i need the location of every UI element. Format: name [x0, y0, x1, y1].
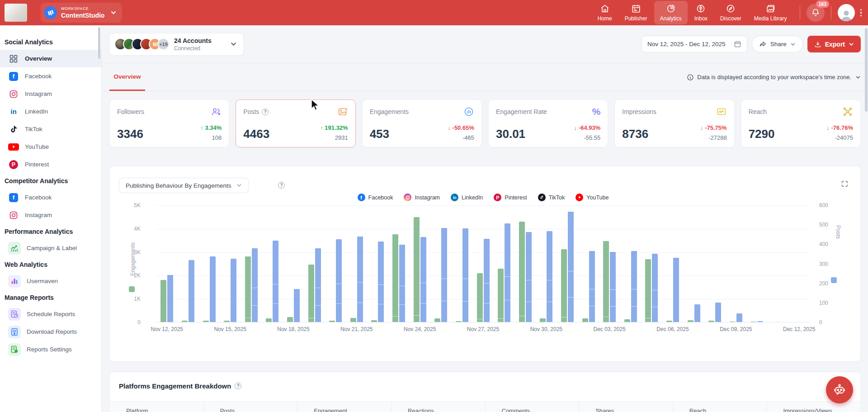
sidebar-item-facebook[interactable]: fFacebook — [0, 67, 101, 85]
sidebar-scrollbar[interactable] — [98, 27, 100, 59]
nav-item-media-library[interactable]: Media Library — [748, 1, 793, 24]
nav-item-analytics[interactable]: Analytics — [654, 1, 688, 24]
sidebar-item-download-reports[interactable]: Download Reports — [0, 323, 101, 341]
user-avatar[interactable] — [838, 4, 855, 21]
stat-card-engagement-rate[interactable]: Engagement Rate%30.01↓ -64.93%-55.55 — [488, 99, 608, 147]
bar-posts[interactable] — [252, 248, 258, 322]
bar-engagements[interactable] — [603, 241, 609, 322]
sidebar-item-reports-settings[interactable]: Reports Settings — [0, 341, 101, 358]
accounts-selector[interactable]: M +19 24 Accounts Connected — [109, 33, 244, 56]
column-header-shares[interactable]: Shares — [579, 402, 673, 412]
nav-item-publisher[interactable]: Publisher — [619, 1, 653, 24]
bar-engagements[interactable] — [224, 321, 230, 322]
bar-posts[interactable] — [652, 254, 658, 322]
sidebar-item-schedule-reports[interactable]: Schedule Reports — [0, 305, 101, 323]
legend-item-linkedin[interactable]: inLinkedIn — [451, 194, 483, 201]
sidebar-item-campaign-label[interactable]: Campaign & Label — [0, 239, 101, 257]
bar-posts[interactable] — [399, 245, 405, 322]
legend-item-youtube[interactable]: YouTube — [576, 194, 609, 201]
bar-engagements[interactable] — [540, 318, 546, 322]
bar-engagements[interactable] — [688, 320, 693, 322]
bar-engagements[interactable] — [561, 249, 567, 322]
bar-engagements[interactable] — [666, 321, 672, 322]
help-icon[interactable]: ? — [262, 109, 269, 115]
bar-engagements[interactable] — [266, 318, 272, 322]
bar-posts[interactable] — [526, 232, 532, 322]
page-scrollbar[interactable] — [865, 28, 868, 112]
bar-engagements[interactable] — [414, 217, 420, 322]
bar-engagements[interactable] — [750, 322, 756, 322]
bar-posts[interactable] — [694, 304, 700, 322]
bar-posts[interactable] — [210, 256, 216, 322]
bar-posts[interactable] — [715, 303, 721, 322]
column-header-posts[interactable]: Posts — [203, 402, 297, 412]
bar-posts[interactable] — [336, 239, 342, 322]
bar-posts[interactable] — [273, 241, 278, 322]
column-header-engagement[interactable]: Engagement — [297, 402, 391, 412]
bar-engagements[interactable] — [287, 317, 293, 322]
column-header-reach[interactable]: Reach — [673, 402, 767, 412]
stat-card-reach[interactable]: Reach7290↓ -76.76%-24075 — [741, 99, 861, 147]
bar-engagements[interactable] — [730, 322, 736, 322]
company-logo[interactable] — [5, 4, 27, 22]
stat-card-posts[interactable]: Posts?4463↑ 191.32%2931 — [236, 99, 355, 147]
bar-engagements[interactable] — [203, 321, 209, 322]
bar-engagements[interactable] — [519, 222, 525, 322]
help-icon[interactable]: ? — [278, 182, 285, 189]
bar-posts[interactable] — [484, 239, 490, 322]
bar-posts[interactable] — [589, 251, 595, 322]
date-range-picker[interactable]: Nov 12, 2025 - Dec 12, 2025 — [642, 36, 747, 52]
bar-engagements[interactable] — [308, 265, 314, 322]
tab-overview[interactable]: Overview — [109, 63, 145, 91]
bar-engagements[interactable] — [434, 318, 440, 322]
bar-posts[interactable] — [378, 242, 384, 322]
stat-card-impressions[interactable]: Impressions8736↓ -75.75%-27288 — [614, 99, 734, 147]
bar-engagements[interactable] — [245, 256, 251, 322]
bar-posts[interactable] — [294, 289, 300, 322]
column-header-platform[interactable]: Platform — [110, 402, 203, 412]
timezone-note[interactable]: Data is displayed according to your work… — [687, 63, 861, 91]
bar-engagements[interactable] — [582, 318, 588, 322]
bar-posts[interactable] — [610, 252, 616, 322]
bar-posts[interactable] — [441, 228, 447, 322]
sidebar-item-instagram[interactable]: Instagram — [0, 85, 101, 103]
bar-engagements[interactable] — [392, 234, 398, 322]
sidebar-item-instagram[interactable]: Instagram — [0, 206, 101, 224]
sidebar-item-youtube[interactable]: YouTube — [0, 138, 101, 156]
bar-posts[interactable] — [462, 228, 468, 322]
bar-posts[interactable] — [189, 260, 194, 322]
notifications-button[interactable]: 183 — [807, 4, 825, 22]
bar-engagements[interactable] — [350, 318, 356, 322]
share-button[interactable]: Share — [752, 36, 803, 52]
bar-posts[interactable] — [315, 248, 321, 322]
stat-card-followers[interactable]: Followers3346↑ 3.34%108 — [109, 99, 229, 147]
legend-item-instagram[interactable]: Instagram — [404, 194, 440, 201]
export-button[interactable]: Export — [807, 36, 861, 52]
legend-item-pinterest[interactable]: PPinterest — [494, 194, 527, 201]
bar-posts[interactable] — [757, 321, 763, 322]
left-series-marker[interactable] — [129, 286, 135, 292]
sidebar-item-facebook[interactable]: fFacebook — [0, 189, 101, 206]
column-header-comments[interactable]: Comments — [485, 402, 579, 412]
nav-item-home[interactable]: Home — [592, 1, 618, 24]
bar-posts[interactable] — [505, 223, 510, 322]
bar-posts[interactable] — [673, 258, 679, 322]
right-series-marker[interactable] — [831, 277, 837, 283]
stat-card-engagements[interactable]: Engagements453↓ -50.65%-465 — [362, 99, 482, 147]
bar-engagements[interactable] — [371, 320, 377, 322]
column-header-impressions-views[interactable]: Impressions/Views — [766, 402, 860, 412]
bar-engagements[interactable] — [329, 321, 335, 322]
bar-engagements[interactable] — [456, 321, 462, 322]
nav-item-inbox[interactable]: Inbox — [689, 1, 713, 24]
workspace-switcher[interactable]: WORKSPACE ContentStudio — [41, 3, 122, 23]
legend-item-facebook[interactable]: fFacebook — [358, 194, 393, 201]
legend-item-tiktok[interactable]: TikTok — [538, 194, 565, 201]
bar-posts[interactable] — [420, 237, 426, 322]
nav-item-discover[interactable]: Discover — [714, 1, 747, 24]
bar-engagements[interactable] — [708, 321, 714, 322]
sidebar-item-usermaven[interactable]: Usermaven — [0, 272, 101, 290]
bar-engagements[interactable] — [182, 321, 188, 322]
sidebar-item-tiktok[interactable]: TikTok — [0, 120, 101, 138]
bar-posts[interactable] — [167, 275, 173, 322]
bar-posts[interactable] — [568, 212, 574, 322]
